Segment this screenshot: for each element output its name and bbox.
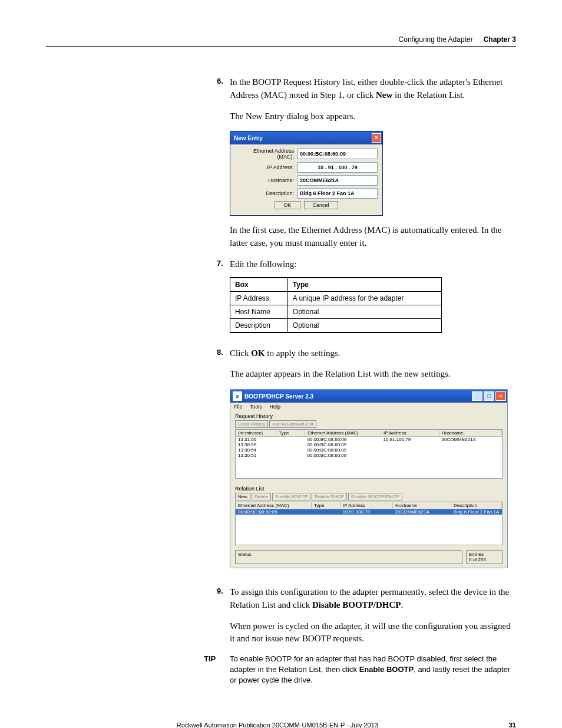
new-button[interactable]: New: [235, 493, 250, 500]
ip-input[interactable]: 10 . 91 . 100 . 79: [297, 162, 378, 173]
step-number: 7.: [217, 258, 230, 271]
step-text: Click OK to apply the settings.: [230, 347, 340, 360]
request-history-section: Request History Clear History Add to Rel…: [230, 411, 507, 483]
list-item[interactable]: 13:31:0000:00:BC:08:60:0910.91.100.7920C…: [236, 437, 502, 443]
step-number: 6.: [217, 76, 230, 102]
table-row: Host Name Optional: [230, 305, 442, 318]
step-text: In the BOOTP Request History list, eithe…: [230, 76, 516, 102]
relation-list-section: Relation List New Delete Enable BOOTP En…: [230, 483, 507, 550]
tip-block: TIP To enable BOOTP for an adapter that …: [204, 654, 516, 686]
menu-bar: File Tools Help: [230, 403, 507, 411]
add-relation-button[interactable]: Add to Relation List: [269, 420, 316, 428]
col-box: Box: [230, 278, 288, 292]
menu-file[interactable]: File: [234, 404, 243, 410]
step-6-after: The New Entry dialog box appears.: [230, 110, 516, 123]
step-8-after: The adapter appears in the Relation List…: [230, 368, 516, 381]
step-7: 7. Edit the following:: [217, 258, 516, 271]
status-bar: Status Entries 0 of 256: [235, 550, 503, 564]
status-label: Status: [235, 550, 462, 564]
list-item[interactable]: 13:30:5100:00:BC:08:60:09: [236, 453, 502, 458]
maximize-icon[interactable]: □: [484, 391, 494, 401]
tip-text: To enable BOOTP for an adapter that has …: [230, 654, 516, 686]
hostname-label: Hostname:: [235, 177, 297, 183]
page-number: 31: [509, 722, 516, 728]
chapter-label: Chapter 3: [484, 35, 516, 44]
ok-button[interactable]: OK: [275, 201, 300, 209]
ip-label: IP Address:: [235, 164, 297, 170]
description-label: Description:: [235, 190, 297, 196]
entries-box: Entries 0 of 256: [466, 550, 503, 564]
page-header: Configuring the Adapter Chapter 3: [46, 35, 516, 47]
menu-help[interactable]: Help: [269, 404, 280, 410]
step-number: 8.: [217, 347, 230, 360]
step-8: 8. Click OK to apply the settings.: [217, 347, 516, 360]
close-icon[interactable]: ×: [495, 391, 506, 401]
table-row: Description Optional: [230, 318, 442, 332]
dialog-title: New Entry: [234, 135, 263, 141]
window-titlebar: S BOOTP/DHCP Server 2.3 _ □ ×: [230, 390, 507, 403]
step-6-followup: In the first case, the Ethernet Address …: [230, 224, 516, 250]
table-row: IP Address A unique IP address for the a…: [230, 291, 442, 305]
list-item[interactable]: 13:30:5400:00:BC:08:60:09: [236, 447, 502, 453]
new-entry-dialog: New Entry × Ethernet Address (MAC): 00:0…: [230, 131, 383, 216]
hostname-input[interactable]: 20COMME621A: [297, 175, 378, 186]
request-history-list[interactable]: (hr:min:sec) Type Ethernet Address (MAC)…: [235, 429, 503, 479]
list-item[interactable]: 13:30:5900:00:BC:08:60:09: [236, 442, 502, 447]
menu-tools[interactable]: Tools: [250, 404, 262, 410]
close-icon[interactable]: ×: [372, 133, 381, 143]
bootp-window: S BOOTP/DHCP Server 2.3 _ □ × File Tools…: [230, 389, 508, 568]
minimize-icon[interactable]: _: [472, 391, 482, 401]
tip-label: TIP: [204, 654, 230, 686]
page-footer: Rockwell Automation Publication 20COMM-U…: [46, 722, 516, 728]
mac-input[interactable]: 00:00:BC:08:60:09: [297, 149, 378, 159]
publication-info: Rockwell Automation Publication 20COMM-U…: [177, 722, 378, 728]
enable-bootp-button[interactable]: Enable BOOTP: [272, 493, 310, 500]
clear-history-button[interactable]: Clear History: [235, 420, 268, 428]
description-input[interactable]: Bldg 6 Floor 2 Fan 1A: [297, 188, 378, 199]
step-text: Edit the following:: [230, 258, 296, 271]
breadcrumb: Configuring the Adapter: [399, 35, 473, 44]
disable-bootp-dhcp-button[interactable]: Disable BOOTP/DHCP: [348, 493, 402, 500]
step-text: To assign this configuration to the adap…: [230, 586, 516, 612]
enable-dhcp-button[interactable]: Enable DHCP: [312, 493, 347, 500]
col-type: Type: [287, 278, 441, 292]
delete-button[interactable]: Delete: [252, 493, 271, 500]
list-item[interactable]: 00:00:BC:08:60:09 10.91.100.79 20COMME62…: [236, 509, 502, 515]
dialog-titlebar: New Entry ×: [230, 131, 382, 144]
window-title: BOOTP/DHCP Server 2.3: [244, 393, 313, 400]
relation-list[interactable]: Ethernet Address (MAC) Type IP Address H…: [235, 502, 503, 545]
step-9: 9. To assign this configuration to the a…: [217, 586, 516, 612]
cancel-button[interactable]: Cancel: [304, 201, 338, 209]
step-6: 6. In the BOOTP Request History list, ei…: [217, 76, 516, 102]
relation-list-label: Relation List: [235, 486, 503, 492]
step-9-after: When power is cycled on the adapter, it …: [230, 620, 516, 646]
request-history-label: Request History: [235, 413, 503, 419]
app-icon: S: [233, 391, 242, 401]
edit-table: Box Type IP Address A unique IP address …: [230, 277, 442, 333]
step-number: 9.: [217, 586, 230, 612]
mac-label: Ethernet Address (MAC):: [235, 148, 297, 160]
